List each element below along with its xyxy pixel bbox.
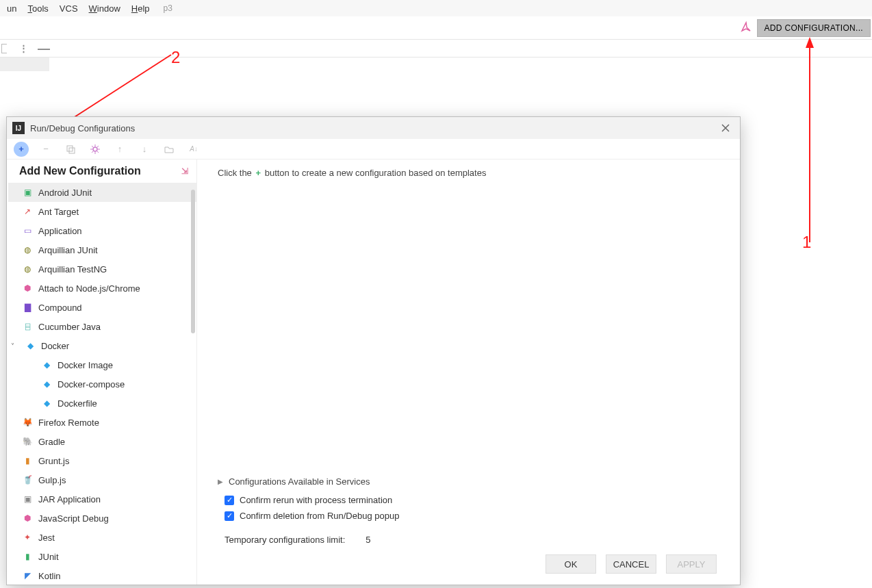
config-type-label: JUnit: [38, 552, 59, 562]
down-icon[interactable]: ↓: [137, 142, 152, 157]
collapse-panel-icon[interactable]: ⇲: [181, 166, 188, 176]
config-type-label: Docker Image: [57, 360, 113, 370]
tab-handle-icon[interactable]: [1, 44, 7, 53]
config-type-label: Arquillian JUnit: [38, 245, 98, 255]
gear-icon[interactable]: [88, 142, 103, 157]
config-type-label: Gulp.js: [38, 475, 66, 485]
checkbox-checked-icon: ✓: [225, 496, 234, 505]
config-type-label: Docker: [41, 341, 69, 351]
menu-bar: un Tools VCS Window Help p3: [0, 0, 872, 16]
config-type-label: Docker-compose: [57, 379, 125, 389]
dialog-title-text: Run/Debug Configurations: [30, 123, 135, 133]
annotation-arrow-1: [799, 37, 820, 249]
config-type-label: Grunt.js: [38, 456, 70, 466]
config-type-label: JavaScript Debug: [38, 513, 109, 524]
config-type-item[interactable]: ⬢Attach to Node.js/Chrome: [8, 279, 196, 298]
dialog-titlebar[interactable]: IJ Run/Debug Configurations: [7, 117, 740, 139]
menu-window[interactable]: Window: [85, 2, 125, 15]
config-type-label: Jest: [38, 533, 55, 543]
dialog-content: Click the + button to create a new confi…: [197, 159, 740, 585]
apply-button[interactable]: APPLY: [666, 554, 717, 574]
ok-button[interactable]: OK: [546, 554, 596, 574]
config-type-icon: ◆: [41, 379, 52, 389]
config-type-item[interactable]: ▣JAR Application: [8, 489, 196, 509]
config-type-item[interactable]: ◍Arquillian JUnit: [8, 240, 196, 259]
config-type-icon: ◆: [41, 398, 52, 409]
config-type-item[interactable]: ✦Jest: [8, 528, 196, 547]
project-label: p3: [164, 3, 172, 13]
up-icon[interactable]: ↑: [112, 142, 127, 157]
config-type-item[interactable]: ◆Dockerfile: [8, 394, 196, 413]
config-type-label: Kotlin: [38, 571, 61, 581]
main-toolbar: ADD CONFIGURATION...: [0, 16, 872, 40]
config-type-icon: ◆: [25, 340, 36, 351]
config-type-icon: ▮: [22, 455, 33, 466]
config-type-item[interactable]: ˅◆Docker: [8, 336, 196, 355]
config-type-item[interactable]: ▣Android JUnit: [7, 183, 196, 202]
cancel-button[interactable]: CANCEL: [606, 554, 656, 574]
temp-limit-label: Temporary configurations limit:: [225, 535, 345, 545]
confirm-rerun-checkbox[interactable]: ✓ Confirm rerun with process termination: [225, 495, 721, 505]
config-type-icon: ▣: [22, 187, 33, 198]
scrollbar-thumb[interactable]: [191, 190, 195, 333]
config-type-icon: ◆: [41, 359, 52, 370]
config-type-icon: ⌸: [22, 321, 33, 332]
config-type-label: Firefox Remote: [38, 418, 99, 428]
config-type-item[interactable]: 🥤Gulp.js: [8, 470, 196, 489]
config-type-item[interactable]: ↗Ant Target: [8, 202, 196, 221]
config-type-item[interactable]: ▮Grunt.js: [8, 451, 196, 470]
annotation-label-1: 1: [802, 233, 811, 252]
config-type-label: Attach to Node.js/Chrome: [38, 283, 140, 294]
menu-vcs[interactable]: VCS: [55, 2, 82, 15]
hint-text: Click the + button to create a new confi…: [218, 168, 728, 178]
copy-icon[interactable]: [63, 142, 78, 157]
config-type-item[interactable]: ▇Compound: [8, 298, 196, 317]
config-type-icon: 🐘: [22, 436, 33, 447]
config-type-icon: ▮: [22, 551, 33, 562]
dialog-close-button[interactable]: [717, 119, 734, 137]
config-type-icon: ◍: [22, 264, 33, 274]
confirm-delete-checkbox[interactable]: ✓ Confirm deletion from Run/Debug popup: [225, 511, 721, 521]
config-type-icon: ▇: [22, 302, 33, 313]
services-section-header[interactable]: ▶ Configurations Available in Services: [218, 476, 728, 487]
menu-help[interactable]: Help: [127, 2, 154, 15]
config-type-icon: ▭: [22, 225, 33, 236]
remove-icon[interactable]: −: [38, 142, 53, 157]
run-debug-configurations-dialog: IJ Run/Debug Configurations + − ↑ ↓ A↓ A…: [6, 116, 741, 585]
checkbox-checked-icon: ✓: [225, 511, 234, 521]
temp-limit-value[interactable]: 5: [366, 535, 370, 545]
config-type-icon: ⬢: [22, 283, 33, 294]
config-type-icon: 🥤: [22, 474, 33, 485]
config-type-icon: ◤: [22, 570, 33, 581]
config-type-item[interactable]: ▮JUnit: [8, 547, 196, 566]
config-type-item[interactable]: ◍Arquillian TestNG: [8, 259, 196, 279]
config-type-item[interactable]: ◆Docker Image: [8, 355, 196, 374]
config-type-icon: 🦊: [22, 417, 33, 428]
config-type-label: Gradle: [38, 437, 65, 447]
config-type-item[interactable]: ◆Docker-compose: [8, 374, 196, 394]
dialog-toolbar: + − ↑ ↓ A↓: [7, 139, 740, 159]
config-type-item[interactable]: ▭Application: [8, 221, 196, 240]
chevron-right-icon: ▶: [218, 478, 223, 485]
config-type-icon: ↗: [22, 206, 33, 217]
config-type-item[interactable]: ⬢JavaScript Debug: [8, 509, 196, 528]
compass-icon[interactable]: [741, 21, 752, 34]
config-type-item[interactable]: ◤Kotlin: [8, 566, 196, 585]
menu-tools[interactable]: Tools: [23, 2, 52, 15]
config-type-item[interactable]: 🦊Firefox Remote: [8, 413, 196, 432]
chevron-down-icon[interactable]: ˅: [11, 342, 19, 350]
config-type-item[interactable]: ⌸Cucumber Java: [8, 317, 196, 336]
config-type-label: Cucumber Java: [38, 322, 101, 332]
folder-icon[interactable]: [162, 142, 177, 157]
configurations-sidebar: Add New Configuration ⇲ ▣Android JUnit↗A…: [7, 159, 197, 585]
add-icon[interactable]: +: [14, 142, 29, 157]
config-type-label: JAR Application: [38, 494, 101, 504]
config-type-item[interactable]: 🐘Gradle: [8, 432, 196, 451]
config-type-label: Android JUnit: [38, 188, 92, 198]
az-icon[interactable]: A↓: [186, 142, 201, 157]
config-type-icon: ✦: [22, 532, 33, 543]
add-configuration-button[interactable]: ADD CONFIGURATION...: [757, 19, 871, 37]
configuration-type-list[interactable]: ▣Android JUnit↗Ant Target▭Application◍Ar…: [7, 183, 196, 585]
intellij-icon: IJ: [12, 122, 25, 134]
menu-run[interactable]: un: [3, 2, 21, 15]
